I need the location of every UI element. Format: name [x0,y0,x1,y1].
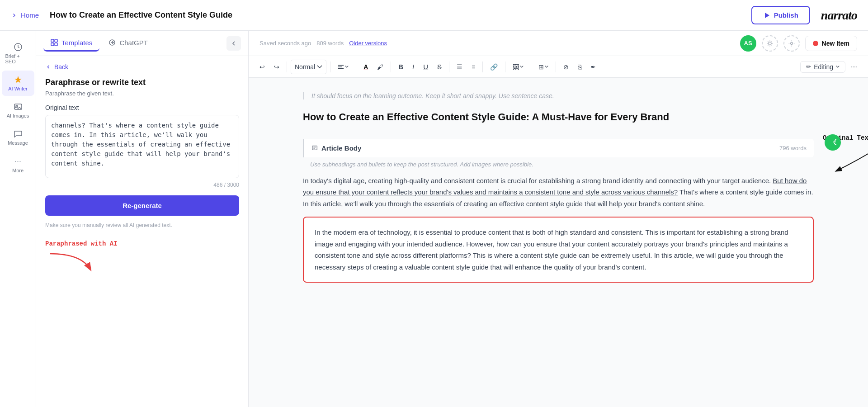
top-header: Home How to Create an Effective Content … [0,0,868,31]
section-area: Article Body 796 words Original Text [303,139,814,157]
editor-toolbar: ↩ ↪ Normal A 🖌 B I U S ☰ ≡ [249,56,868,78]
link-button[interactable]: 🔗 [486,61,501,73]
editor-top-right: AS New Item [740,35,857,52]
align-button[interactable] [334,61,352,73]
page-title: How to Create an Effective Content Style… [50,10,751,20]
editing-button[interactable]: ✏ Editing [800,61,845,73]
panel-tabs: Templates ChatGPT [36,31,248,56]
toolbar-divider-9 [556,62,556,72]
older-versions-link[interactable]: Older versions [349,40,387,47]
dots-icon: ··· [14,156,21,166]
toolbar-divider-8 [531,62,531,72]
paraphrase-arrow-svg [45,249,99,276]
svg-rect-5 [55,39,57,42]
publish-label: Publish [774,11,798,19]
home-label: Home [21,11,39,19]
italic-button[interactable]: I [409,60,418,73]
section-word-count: 796 words [779,145,807,151]
main-area: Brief + SEO AI Writer AI Images Message … [0,31,868,407]
back-label: Back [54,63,68,71]
avatar-gear-button[interactable] [783,35,800,52]
back-link[interactable]: Back [45,63,239,71]
toolbar-divider-4 [391,62,391,72]
sidebar-item-label: AI Writer [8,86,28,91]
refresh-button[interactable] [825,134,841,151]
original-text-input[interactable]: channels? That's where a content style g… [45,115,239,178]
sidebar-item-label: Message [8,140,28,146]
format-label: Normal [295,63,315,71]
avatar-settings-button[interactable] [762,35,778,52]
new-item-dot [813,41,818,46]
toolbar-divider-6 [482,62,483,72]
char-count: 486 / 3000 [45,182,239,188]
section-title: Article Body [321,144,361,152]
sidebar-item-label: AI Images [7,113,29,118]
sidebar-item-message[interactable]: Message [2,125,34,150]
copy-button[interactable]: ⎘ [574,61,585,73]
pencil-icon: ✏ [806,63,811,70]
paraphrased-box[interactable]: In the modern era of technology, it is e… [303,217,814,283]
new-item-button[interactable]: New Item [805,36,857,51]
redo-button[interactable]: ↪ [270,61,283,73]
sidebar-item-ai-writer[interactable]: AI Writer [2,71,34,96]
article-title[interactable]: How to Create an Effective Content Style… [303,110,814,124]
sidebar-item-more[interactable]: ··· More [2,152,34,178]
regenerate-button[interactable]: Re-generate [45,195,239,216]
new-item-label: New Item [822,40,849,47]
home-link[interactable]: Home [11,11,39,19]
toolbar-divider-5 [449,62,449,72]
tab-chatgpt[interactable]: ChatGPT [101,35,155,52]
ai-note: Make sure you manually review all AI gen… [45,221,239,229]
svg-rect-6 [51,43,54,46]
saved-text: Saved seconds ago [259,40,311,47]
format-select[interactable]: Normal [291,60,326,74]
editor-area: Saved seconds ago 809 words Older versio… [249,31,868,407]
underline-button[interactable]: U [420,60,432,73]
tab-templates-label: Templates [61,39,92,47]
strikethrough-button[interactable]: S [434,60,445,73]
tab-chatgpt-label: ChatGPT [119,39,148,47]
svg-rect-12 [312,146,317,150]
avatar-initials: AS [740,35,756,52]
panel-title: Paraphrase or rewrite text [45,78,239,87]
logo: narrato [821,8,857,23]
toolbar-divider-2 [330,62,330,72]
toolbar-divider-7 [505,62,505,72]
image-button[interactable]: 🖼 [509,61,527,73]
more-options-button[interactable]: ⋯ [847,61,861,73]
editing-label: Editing [814,63,833,71]
toolbar-divider-3 [356,62,356,72]
sidebar-item-brief-seo[interactable]: Brief + SEO [2,38,34,69]
panel-content: Back Paraphrase or rewrite text Paraphra… [36,56,248,407]
table-button[interactable]: ⊞ [535,61,552,73]
word-count: 809 words [316,40,344,47]
section-title-row: Article Body [311,144,361,152]
panel-collapse-button[interactable] [226,36,241,51]
editor-content: It should focus on the learning outcome.… [249,78,868,407]
svg-point-10 [768,42,771,44]
paste-button[interactable]: ✒ [587,61,599,73]
paraphrase-annotation-label: Paraphrased with AI [45,240,239,247]
inline-link[interactable]: But how do you ensure that your content … [303,177,807,196]
panel: Templates ChatGPT Back [36,31,249,407]
sidebar-item-ai-images[interactable]: AI Images [2,98,34,123]
publish-button[interactable]: Publish [751,6,810,24]
toolbar-divider [287,62,287,72]
numbered-list-button[interactable]: ≡ [468,61,479,73]
svg-marker-0 [765,13,769,18]
panel-subtitle: Paraphrase the given text. [45,90,239,97]
text-color-button[interactable]: A [360,61,372,73]
clear-formatting-button[interactable]: ⊘ [560,61,572,73]
placeholder-hint: It should focus on the learning outcome.… [303,92,814,99]
highlight-button[interactable]: 🖌 [373,61,387,73]
undo-button[interactable]: ↩ [256,61,269,73]
section-placeholder: Use subheadings and bullets to keep the … [303,161,814,168]
sidebar-item-label: Brief + SEO [5,53,31,64]
svg-rect-7 [55,43,57,46]
bullet-list-button[interactable]: ☰ [453,61,466,73]
tab-templates[interactable]: Templates [43,35,99,52]
sidebar-item-label: More [12,168,24,173]
original-paragraph[interactable]: In today's digital age, creating high-qu… [303,175,814,210]
bold-button[interactable]: B [395,60,407,73]
section-header: Article Body 796 words [303,139,814,157]
